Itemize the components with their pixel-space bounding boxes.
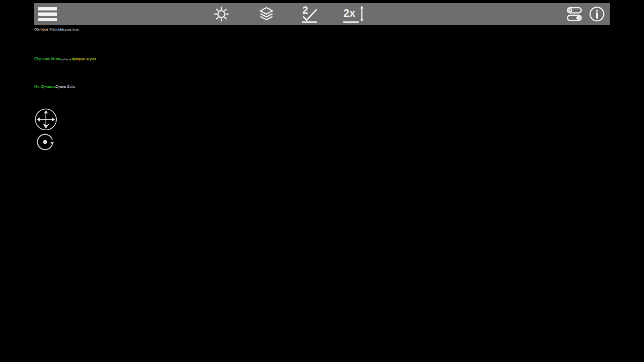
menu-icon[interactable] bbox=[37, 3, 58, 25]
toggles-settings-icon[interactable] bbox=[564, 3, 585, 25]
exaggeration-2x-icon[interactable]: 2x bbox=[342, 3, 367, 25]
layers-icon[interactable] bbox=[258, 3, 275, 25]
label-leader-line bbox=[34, 32, 610, 55]
map-label: Cyane Sulci bbox=[56, 84, 75, 88]
menu-bar bbox=[38, 18, 57, 21]
info-icon[interactable] bbox=[587, 3, 607, 25]
top-toolbar: 2 2x bbox=[34, 3, 610, 25]
view-2d-label: 2 bbox=[302, 5, 308, 16]
menu-bar bbox=[38, 12, 57, 16]
map-label: Lycus Sulci bbox=[63, 28, 79, 31]
mars-3d-viewport[interactable]: Olympus MaculaeLycus SulciOlympus Monsca… bbox=[34, 25, 610, 322]
mars-terrain bbox=[34, 91, 599, 322]
view-2d-icon[interactable]: 2 bbox=[299, 3, 321, 25]
menu-bar bbox=[38, 7, 57, 10]
map-label: Olympus Mons bbox=[34, 57, 61, 61]
map-label: Olympus Maculae bbox=[34, 27, 63, 31]
brightness-icon[interactable] bbox=[213, 3, 230, 25]
map-label: Olympus Rupes bbox=[70, 57, 96, 61]
label-leader-line bbox=[34, 62, 610, 82]
exaggeration-2x-label: 2x bbox=[343, 7, 355, 19]
screen: 2 2x bbox=[0, 0, 644, 362]
map-label: Nix Olympica bbox=[34, 84, 56, 88]
app-window: 2 2x bbox=[34, 3, 610, 322]
map-label: caldera bbox=[61, 58, 70, 61]
